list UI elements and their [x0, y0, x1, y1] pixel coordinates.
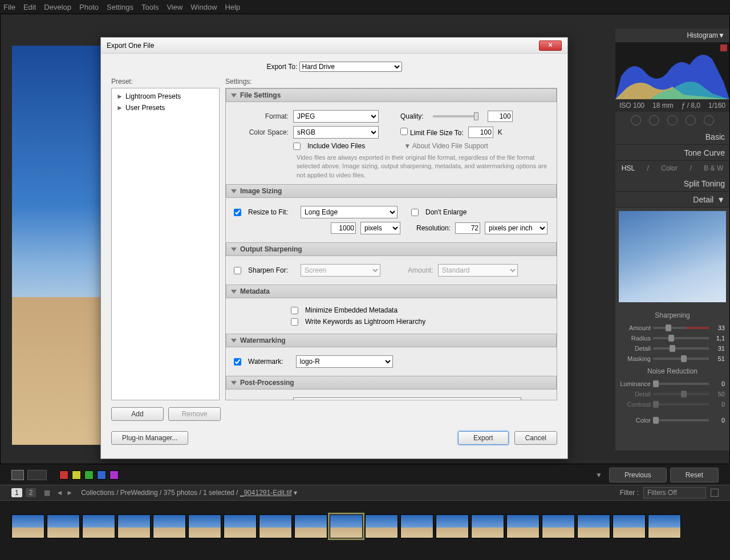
- quality-input[interactable]: [488, 111, 513, 122]
- panel-basic[interactable]: Basic: [615, 129, 729, 145]
- thumb-7[interactable]: [224, 514, 257, 538]
- thumb-11[interactable]: [365, 514, 398, 538]
- cancel-button[interactable]: Cancel: [514, 431, 557, 445]
- previous-button[interactable]: Previous: [609, 468, 667, 482]
- redeye-tool-icon[interactable]: [667, 115, 678, 125]
- colorspace-select[interactable]: sRGB: [293, 126, 379, 139]
- slider-detail-value[interactable]: 31: [711, 345, 725, 352]
- panel-tonecurve[interactable]: Tone Curve: [615, 145, 729, 161]
- thumb-3[interactable]: [82, 514, 115, 538]
- slider-masking[interactable]: [653, 358, 709, 360]
- slider-luminance[interactable]: [653, 383, 709, 385]
- export-button[interactable]: Export: [458, 431, 509, 445]
- panel-detail[interactable]: Detail▼: [615, 192, 729, 208]
- size-unit-select[interactable]: pixels: [360, 222, 400, 234]
- quality-slider[interactable]: [433, 115, 478, 117]
- section-output-sharpening[interactable]: Output Sharpening: [226, 242, 557, 256]
- label-blue[interactable]: [97, 470, 106, 480]
- thumb-19[interactable]: [648, 514, 681, 538]
- section-post-processing[interactable]: Post-Processing: [226, 376, 557, 389]
- thumb-5[interactable]: [153, 514, 186, 538]
- label-yellow[interactable]: [72, 470, 81, 480]
- slider-color-value[interactable]: 0: [711, 417, 725, 424]
- menu-develop[interactable]: Develop: [44, 3, 71, 11]
- label-purple[interactable]: [110, 470, 119, 480]
- brush-tool-icon[interactable]: [704, 115, 714, 125]
- remove-preset-button[interactable]: Remove: [168, 407, 221, 421]
- thumb-6[interactable]: [188, 514, 221, 538]
- menu-settings[interactable]: Settings: [107, 3, 133, 11]
- preset-list[interactable]: ►Lightroom Presets ►User Presets: [111, 88, 220, 400]
- limit-filesize-checkbox[interactable]: [400, 128, 408, 135]
- slider-masking-value[interactable]: 51: [711, 355, 725, 362]
- gradient-tool-icon[interactable]: [686, 115, 696, 125]
- after-export-select[interactable]: Do nothing: [293, 397, 521, 400]
- thumb-4[interactable]: [117, 514, 151, 538]
- slider-detail[interactable]: [653, 347, 709, 350]
- about-video-link[interactable]: About Video File Support: [412, 142, 488, 150]
- filter-select[interactable]: Filters Off: [643, 487, 706, 498]
- dont-enlarge-checkbox[interactable]: [411, 209, 419, 216]
- menu-tools[interactable]: Tools: [141, 3, 159, 11]
- thumb-2[interactable]: [47, 514, 80, 538]
- label-green[interactable]: [84, 470, 94, 480]
- preset-lightroom[interactable]: ►Lightroom Presets: [114, 91, 217, 102]
- menu-window[interactable]: Window: [190, 3, 217, 11]
- slider-radius-value[interactable]: 1,1: [711, 335, 725, 342]
- thumb-13[interactable]: [436, 514, 469, 538]
- thumb-12[interactable]: [400, 514, 433, 538]
- clipping-warning-icon[interactable]: [720, 44, 727, 51]
- dropdown-arrow-icon[interactable]: ▼: [595, 471, 606, 479]
- thumb-9[interactable]: [294, 514, 327, 538]
- tab-color[interactable]: Color: [661, 164, 678, 172]
- slider-amount-value[interactable]: 33: [711, 324, 725, 331]
- section-image-sizing[interactable]: Image Sizing: [226, 184, 557, 198]
- format-select[interactable]: JPEG: [293, 110, 379, 123]
- menu-help[interactable]: Help: [225, 3, 241, 11]
- grid-icon[interactable]: ▦: [44, 489, 50, 497]
- grid-index-1[interactable]: 1: [11, 488, 22, 497]
- add-preset-button[interactable]: Add: [111, 407, 164, 421]
- resolution-unit-select[interactable]: pixels per inch: [485, 222, 548, 234]
- dialog-titlebar[interactable]: Export One File ×: [101, 38, 567, 54]
- section-watermarking[interactable]: Watermarking: [226, 334, 557, 347]
- thumb-8[interactable]: [259, 514, 292, 538]
- menu-edit[interactable]: Edit: [23, 3, 36, 11]
- close-icon[interactable]: ×: [539, 40, 562, 51]
- plugin-manager-button[interactable]: Plug-in Manager...: [111, 431, 188, 445]
- watermark-select[interactable]: logo-R: [296, 355, 393, 368]
- thumb-14[interactable]: [471, 514, 504, 538]
- menu-view[interactable]: View: [167, 3, 182, 11]
- histogram-header[interactable]: Histogram ▼: [615, 29, 729, 42]
- menu-file[interactable]: File: [3, 3, 15, 11]
- label-red[interactable]: [59, 470, 68, 480]
- sharpen-for-checkbox[interactable]: [234, 267, 241, 274]
- crop-tool-icon[interactable]: [631, 115, 641, 125]
- thumb-1[interactable]: [11, 514, 44, 538]
- resize-fit-select[interactable]: Long Edge: [301, 206, 398, 218]
- tab-hsl[interactable]: HSL: [622, 164, 635, 172]
- write-keywords-checkbox[interactable]: [291, 318, 298, 326]
- filmstrip[interactable]: [0, 501, 730, 552]
- slider-luminance-value[interactable]: 0: [711, 380, 725, 387]
- menu-photo[interactable]: Photo: [79, 3, 99, 11]
- thumb-18[interactable]: [613, 514, 646, 538]
- slider-color[interactable]: [653, 419, 709, 421]
- view-mode-icon[interactable]: [11, 470, 24, 480]
- next-arrow-icon[interactable]: ►: [66, 489, 73, 497]
- export-to-select[interactable]: Hard Drive: [299, 62, 402, 72]
- section-file-settings[interactable]: File Settings: [226, 88, 557, 102]
- minimize-meta-checkbox[interactable]: [291, 307, 298, 314]
- grid-index-2[interactable]: 2: [26, 488, 36, 497]
- breadcrumb[interactable]: Collections / PreWedding / 375 photos / …: [81, 489, 297, 497]
- prev-arrow-icon[interactable]: ◄: [56, 489, 63, 497]
- include-video-checkbox[interactable]: [293, 143, 301, 150]
- size-input[interactable]: [331, 222, 356, 234]
- resolution-input[interactable]: [455, 222, 480, 234]
- thumb-10-selected[interactable]: [330, 514, 363, 538]
- preset-user[interactable]: ►User Presets: [114, 102, 217, 113]
- reset-button[interactable]: Reset: [670, 468, 719, 482]
- thumb-16[interactable]: [542, 514, 575, 538]
- slider-radius[interactable]: [653, 337, 709, 339]
- section-metadata[interactable]: Metadata: [226, 285, 557, 298]
